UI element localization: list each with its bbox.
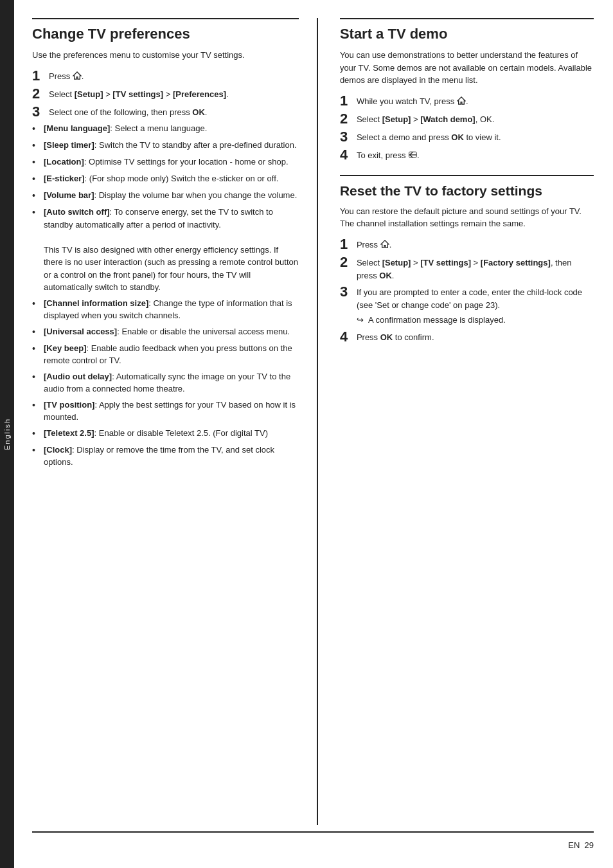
- bullet-auto-switch-off: • [Auto switch off]: To conserve energy,…: [32, 206, 299, 294]
- reset-section-intro: You can restore the default picture and …: [340, 205, 594, 230]
- page-number: EN 29: [568, 840, 594, 850]
- demo-step-2-text: Select [Setup] > [Watch demo], OK.: [357, 111, 594, 126]
- demo-step-4-number: 4: [340, 147, 357, 163]
- page: English Change TV preferences Use the pr…: [0, 0, 613, 868]
- step-2-row: 2 Select [Setup] > [TV settings] > [Pref…: [32, 86, 299, 102]
- bullet-volume-bar: • [Volume bar]: Display the volume bar w…: [32, 189, 299, 203]
- bullet-teletext: • [Teletext 2.5]: Enable or disable Tele…: [32, 427, 299, 440]
- step-1-text: Press .: [49, 68, 299, 83]
- bullet-sleep-timer: • [Sleep timer]: Switch the TV to standb…: [32, 139, 299, 152]
- step-3-text: Select one of the following, then press …: [49, 104, 299, 119]
- bullet-e-sticker: • [E-sticker]: (For shop mode only) Swit…: [32, 172, 299, 186]
- demo-step-2-row: 2 Select [Setup] > [Watch demo], OK.: [340, 111, 594, 127]
- left-section-intro: Use the preferences menu to customise yo…: [32, 49, 299, 62]
- demo-step-2-number: 2: [340, 111, 357, 127]
- step-2-text: Select [Setup] > [TV settings] > [Prefer…: [49, 86, 299, 101]
- home-icon: [73, 71, 82, 80]
- reset-step-3-row: 3 If you are prompted to enter a code, e…: [340, 284, 594, 327]
- bullet-channel-info-size: • [Channel information size]: Change the…: [32, 297, 299, 322]
- bullet-universal-access: • [Universal access]: Enable or disable …: [32, 325, 299, 339]
- right-column: Start a TV demo You can use demonstratio…: [337, 18, 594, 825]
- side-tab: English: [0, 0, 14, 868]
- page-footer: EN 29: [32, 831, 594, 850]
- bullet-key-beep: • [Key beep]: Enable audio feedback when…: [32, 342, 299, 367]
- svg-marker-3: [381, 240, 389, 248]
- side-tab-label: English: [3, 418, 11, 450]
- demo-step-3-row: 3 Select a demo and press OK to view it.: [340, 129, 594, 145]
- two-col-layout: Change TV preferences Use the preference…: [32, 18, 594, 825]
- step-2-number: 2: [32, 86, 49, 102]
- bullet-location: • [Location]: Optimise TV settings for y…: [32, 156, 299, 169]
- demo-step-1-number: 1: [340, 93, 357, 109]
- content-area: Change TV preferences Use the preference…: [14, 0, 613, 868]
- reset-step-1-number: 1: [340, 237, 357, 252]
- home-icon-3: [380, 240, 389, 248]
- reset-step-3-subbullet: ↪ A confirmation message is displayed.: [357, 314, 594, 327]
- bullet-clock: • [Clock]: Display or remove the time fr…: [32, 444, 299, 469]
- svg-marker-1: [458, 97, 465, 104]
- reset-step-3-number: 3: [340, 284, 357, 300]
- demo-section-intro: You can use demonstrations to better und…: [340, 49, 594, 87]
- reset-step-2-row: 2 Select [Setup] > [TV settings] > [Fact…: [340, 255, 594, 282]
- demo-step-4-row: 4 To exit, press .: [340, 147, 594, 163]
- demo-section-title: Start a TV demo: [340, 26, 594, 42]
- back-icon: [408, 150, 417, 159]
- svg-marker-0: [73, 72, 81, 79]
- reset-step-2-number: 2: [340, 255, 357, 270]
- demo-step-4-text: To exit, press .: [357, 147, 594, 162]
- reset-section-title: Reset the TV to factory settings: [340, 183, 594, 199]
- top-divider-left: [32, 18, 299, 19]
- home-icon-2: [457, 96, 466, 105]
- demo-step-1-row: 1 While you watch TV, press .: [340, 93, 594, 109]
- reset-step-4-text: Press OK to confirm.: [357, 329, 594, 344]
- bullet-tv-position: • [TV position]: Apply the best settings…: [32, 399, 299, 424]
- preferences-bullet-list: • [Menu language]: Select a menu languag…: [32, 122, 299, 469]
- demo-step-3-text: Select a demo and press OK to view it.: [357, 129, 594, 144]
- demo-step-3-number: 3: [340, 129, 357, 145]
- reset-step-1-row: 1 Press .: [340, 237, 594, 252]
- bullet-menu-language: • [Menu language]: Select a menu languag…: [32, 122, 299, 136]
- reset-section-divider: [340, 175, 594, 176]
- reset-step-3-text: If you are prompted to enter a code, ent…: [357, 284, 594, 327]
- left-section-title: Change TV preferences: [32, 26, 299, 42]
- step-1-row: 1 Press .: [32, 68, 299, 84]
- reset-step-4-number: 4: [340, 329, 357, 345]
- reset-step-2-text: Select [Setup] > [TV settings] > [Factor…: [357, 255, 594, 282]
- top-divider-right: [340, 18, 594, 19]
- reset-step-4-row: 4 Press OK to confirm.: [340, 329, 594, 345]
- step-3-row: 3 Select one of the following, then pres…: [32, 104, 299, 120]
- bullet-audio-out-delay: • [Audio out delay]: Automatically sync …: [32, 370, 299, 395]
- reset-step-1-text: Press .: [357, 237, 594, 251]
- left-column: Change TV preferences Use the preference…: [32, 18, 318, 825]
- step-1-number: 1: [32, 68, 49, 84]
- step-3-number: 3: [32, 104, 49, 120]
- demo-step-1-text: While you watch TV, press .: [357, 93, 594, 108]
